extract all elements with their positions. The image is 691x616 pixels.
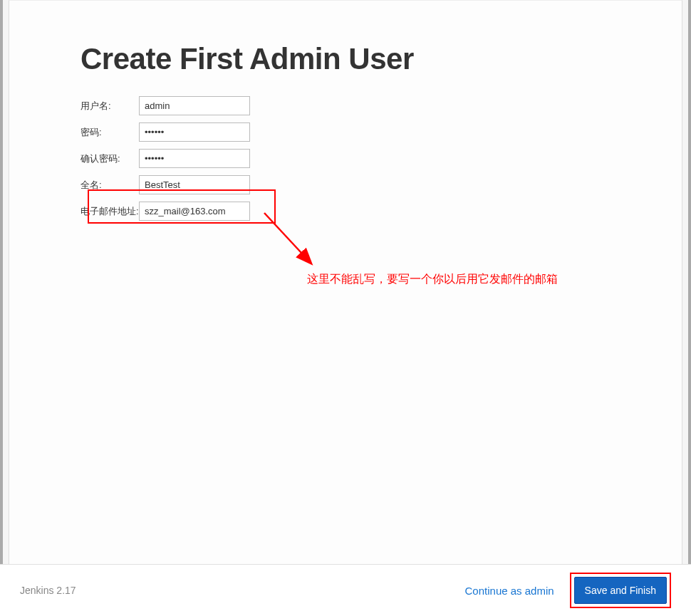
email-label: 电子邮件地址: bbox=[80, 205, 139, 218]
confirm-password-row: 确认密码: bbox=[80, 149, 611, 168]
fullname-label: 全名: bbox=[80, 179, 139, 192]
username-input[interactable] bbox=[139, 96, 250, 115]
username-row: 用户名: bbox=[80, 96, 611, 115]
password-label: 密码: bbox=[80, 126, 139, 139]
confirm-password-input[interactable] bbox=[139, 149, 250, 168]
page-title: Create First Admin User bbox=[80, 42, 611, 76]
email-input[interactable] bbox=[139, 202, 250, 221]
confirm-password-label: 确认密码: bbox=[80, 152, 139, 165]
password-row: 密码: bbox=[80, 122, 611, 142]
fullname-row: 全名: bbox=[80, 175, 611, 194]
continue-as-admin-link[interactable]: Continue as admin bbox=[465, 585, 554, 597]
password-input[interactable] bbox=[139, 122, 250, 142]
footer-actions: Continue as admin Save and Finish bbox=[465, 573, 671, 608]
content-area: Create First Admin User 用户名: 密码: 确认密码: 全… bbox=[9, 1, 682, 221]
version-label: Jenkins 2.17 bbox=[20, 585, 465, 596]
fullname-input[interactable] bbox=[139, 175, 250, 194]
main-panel: Create First Admin User 用户名: 密码: 确认密码: 全… bbox=[9, 0, 682, 564]
footer-bar: Jenkins 2.17 Continue as admin Save and … bbox=[0, 564, 691, 616]
annotation-text: 这里不能乱写，要写一个你以后用它发邮件的邮箱 bbox=[307, 272, 558, 287]
save-and-finish-button[interactable]: Save and Finish bbox=[574, 577, 667, 604]
save-button-highlight: Save and Finish bbox=[570, 573, 671, 608]
email-row: 电子邮件地址: bbox=[80, 202, 611, 221]
right-border bbox=[688, 0, 691, 616]
username-label: 用户名: bbox=[80, 100, 139, 113]
left-border bbox=[0, 0, 3, 616]
